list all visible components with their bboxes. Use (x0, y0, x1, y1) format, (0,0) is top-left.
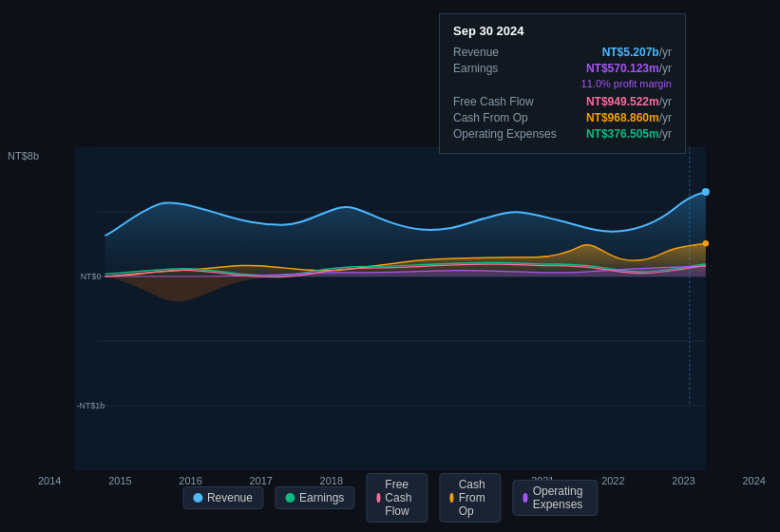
legend-fcf[interactable]: Free Cash Flow (366, 473, 428, 522)
svg-rect-0 (74, 147, 706, 470)
tooltip-box: Sep 30 2024 Revenue NT$5.207b/yr Earning… (439, 13, 686, 154)
tooltip-profit-margin-row: 11.0% profit margin (453, 78, 672, 92)
x-label-2023: 2023 (672, 475, 694, 486)
tooltip-revenue-row: Revenue NT$5.207b/yr (453, 46, 672, 59)
tooltip-fcf-value: NT$949.522m/yr (586, 95, 672, 108)
tooltip-date: Sep 30 2024 (453, 24, 672, 38)
tooltip-profit-margin-value: 11.0% profit margin (581, 78, 672, 89)
x-label-2024: 2024 (742, 475, 765, 486)
chart-svg: NT$0 -NT$1b (0, 147, 780, 470)
tooltip-cashfromop-label: Cash From Op (453, 111, 558, 124)
legend-dot-cashfromop (449, 493, 453, 503)
tooltip-opex-row: Operating Expenses NT$376.505m/yr (453, 127, 672, 141)
legend-dot-fcf (376, 493, 380, 503)
legend-label-cashfromop: Cash From Op (459, 478, 491, 518)
tooltip-opex-value: NT$376.505m/yr (586, 127, 672, 141)
legend: Revenue Earnings Free Cash Flow Cash Fro… (182, 473, 598, 522)
legend-cashfromop[interactable]: Cash From Op (439, 473, 501, 522)
svg-text:NT$0: NT$0 (81, 272, 102, 281)
legend-label-fcf: Free Cash Flow (385, 478, 417, 518)
tooltip-fcf-label: Free Cash Flow (453, 95, 558, 108)
legend-dot-opex (523, 493, 527, 503)
tooltip-cashfromop-value: NT$968.860m/yr (586, 111, 672, 124)
tooltip-opex-label: Operating Expenses (453, 127, 558, 141)
legend-label-earnings: Earnings (299, 491, 344, 504)
chart-container: Sep 30 2024 Revenue NT$5.207b/yr Earning… (0, 0, 780, 532)
legend-label-revenue: Revenue (207, 491, 253, 504)
x-label-2015: 2015 (108, 475, 131, 486)
cashfromop-endpoint (703, 240, 709, 246)
svg-text:-NT$1b: -NT$1b (77, 401, 105, 410)
legend-earnings[interactable]: Earnings (275, 486, 354, 509)
revenue-endpoint (702, 188, 710, 196)
legend-revenue[interactable]: Revenue (182, 486, 263, 509)
legend-dot-revenue (193, 493, 202, 503)
legend-dot-earnings (285, 493, 295, 503)
tooltip-fcf-row: Free Cash Flow NT$949.522m/yr (453, 95, 672, 108)
tooltip-earnings-label: Earnings (453, 62, 558, 75)
legend-label-opex: Operating Expenses (533, 484, 587, 511)
x-label-2014: 2014 (38, 475, 61, 486)
tooltip-cashfromop-row: Cash From Op NT$968.860m/yr (453, 111, 672, 124)
tooltip-revenue-label: Revenue (453, 46, 558, 59)
tooltip-earnings-row: Earnings NT$570.123m/yr (453, 62, 672, 75)
tooltip-earnings-value: NT$570.123m/yr (586, 62, 672, 75)
legend-opex[interactable]: Operating Expenses (512, 480, 598, 516)
x-label-2022: 2022 (601, 475, 624, 486)
tooltip-revenue-value: NT$5.207b/yr (602, 46, 672, 59)
